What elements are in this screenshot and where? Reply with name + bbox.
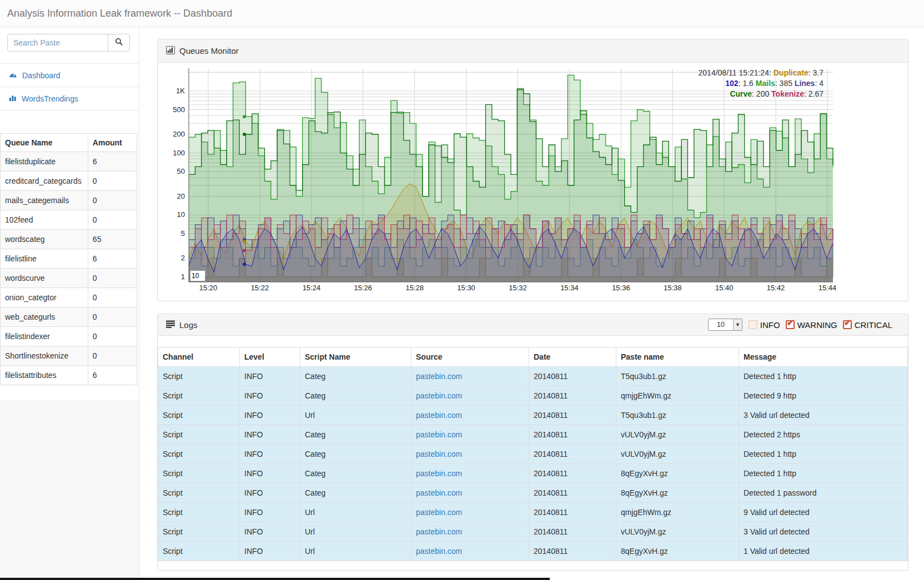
log-cell: INFO [240,445,300,464]
log-cell: Detected 9 http [739,386,908,406]
logs-panel-title: Logs [179,320,198,330]
queue-name-header: Queue Name [1,134,88,152]
paste-source-link[interactable]: pastebin.com [416,372,462,381]
log-cell: vULV0yjM.gz [616,445,739,464]
log-cell: pastebin.com [411,464,529,483]
sidebar-item-wordstrendings[interactable]: WordsTrendings [0,87,139,110]
queue-name-cell: filelistline [1,249,88,269]
filter-critical[interactable]: CRITICAL [843,320,892,330]
paste-source-link[interactable]: pastebin.com [416,411,462,420]
logs-panel-heading: Logs 10 ▼ INFOWARNINGCRITICAL [158,314,908,336]
log-row: ScriptINFOUrlpastebin.com20140811qmjgEhW… [158,503,908,522]
log-cell: Detected 1 password [739,483,908,503]
queues-chart-wrap: 1251020501002005001K15:2015:2215:2415:26… [158,63,908,301]
log-cell: Script [158,406,240,425]
paste-source-link[interactable]: pastebin.com [416,547,462,556]
tasks-icon [166,320,175,330]
svg-text:2: 2 [181,254,185,262]
log-cell: Script [158,503,240,522]
paste-source-link[interactable]: pastebin.com [416,450,462,458]
log-row: ScriptINFOCategpastebin.com201408118qEgy… [158,483,908,503]
dashboard-icon [9,71,17,80]
log-cell: 3 Valid url detected [739,522,908,542]
svg-text:1K: 1K [176,87,185,95]
unchecked-checkbox-icon[interactable] [749,320,757,329]
svg-text:15:20: 15:20 [199,284,218,292]
queue-name-cell: onion_categtor [1,288,88,307]
log-row: ScriptINFOUrlpastebin.com20140811T5qu3ub… [158,406,908,425]
queue-row: creditcard_categcards0 [1,172,137,191]
log-cell: Detected 1 http [739,464,908,483]
log-cell: Categ [300,386,411,406]
log-cell: Script [158,522,240,542]
log-cell: pastebin.com [411,483,529,503]
log-cell: 1 Valid url detected [739,542,908,561]
log-cell: INFO [240,503,300,522]
search-group [7,34,130,52]
queue-name-cell: wordscateg [1,230,88,249]
logs-table-body: ScriptINFOCategpastebin.com20140811T5qu3… [158,367,908,561]
queue-name-cell: creditcard_categcards [1,172,88,191]
queue-row: mails_categemails0 [1,191,137,210]
queue-row: Shortlinestokenize0 [1,346,137,366]
paste-source-link[interactable]: pastebin.com [416,469,462,478]
svg-text:15:24: 15:24 [303,284,321,292]
log-cell: T5qu3ub1.gz [616,367,739,386]
log-cell: qmjgEhWm.gz [616,386,739,406]
queue-table-header-row: Queue Name Amount [1,134,137,152]
logs-header-cell: Paste name [616,347,739,367]
log-cell: Detected 2 https [739,425,908,445]
paste-source-link[interactable]: pastebin.com [416,391,462,400]
log-cell: Url [300,406,411,425]
checked-checkbox-icon[interactable] [786,320,795,329]
page: Analysis Information Leak framework -- D… [0,0,924,580]
queue-name-cell: Shortlinestokenize [1,346,88,366]
paste-source-link[interactable]: pastebin.com [416,488,462,497]
logs-header-cell: Date [529,347,616,367]
log-cell: Categ [300,464,411,483]
queue-table: Queue Name Amount filelistduplicate6cred… [0,133,137,385]
queue-table-body: filelistduplicate6creditcard_categcards0… [1,152,137,385]
svg-text:15:22: 15:22 [251,284,269,292]
queue-row: web_categurls0 [1,307,137,327]
queue-amount-cell: 0 [88,288,137,307]
log-row: ScriptINFOCategpastebin.com20140811T5qu3… [158,367,908,386]
svg-text:15:34: 15:34 [560,284,579,292]
filter-warning[interactable]: WARNING [786,320,837,330]
queue-row: onion_categtor0 [1,288,137,307]
svg-text:15:38: 15:38 [664,284,682,292]
filter-info[interactable]: INFO [749,320,780,330]
search-button[interactable] [108,34,130,52]
checked-checkbox-icon[interactable] [843,320,852,329]
paste-source-link[interactable]: pastebin.com [416,430,462,439]
log-cell: Script [158,483,240,503]
log-filters: INFOWARNINGCRITICAL [749,320,892,330]
sidebar-item-dashboard[interactable]: Dashboard [0,64,139,87]
svg-text:1: 1 [181,273,185,281]
log-cell: pastebin.com [411,386,529,406]
queue-amount-cell: 6 [88,366,137,385]
log-cell: 20140811 [529,483,616,503]
queue-row: filelistduplicate6 [1,152,137,172]
page-size-value: 10 [709,319,733,330]
page-title: Analysis Information Leak framework -- D… [0,0,232,27]
svg-text:15:44: 15:44 [818,284,837,292]
page-size-select[interactable]: 10 ▼ [708,319,742,331]
queue-amount-cell: 65 [88,230,137,249]
bottom-bar [0,578,550,580]
search-input[interactable] [7,34,108,52]
paste-source-link[interactable]: pastebin.com [416,527,462,536]
svg-text:15:36: 15:36 [612,284,630,292]
queue-row: 102feed0 [1,210,137,230]
queues-panel-heading: Queues Monitor [158,39,908,63]
roll-period-input[interactable] [190,270,205,281]
queue-name-cell: filelistduplicate [1,152,88,172]
queue-amount-cell: 0 [88,210,137,230]
log-cell: Url [300,503,411,522]
svg-text:15:26: 15:26 [354,284,373,292]
log-row: ScriptINFOCategpastebin.com20140811vULV0… [158,425,908,445]
log-cell: 20140811 [529,406,616,425]
log-cell: pastebin.com [411,367,529,386]
svg-text:200: 200 [173,130,185,138]
paste-source-link[interactable]: pastebin.com [416,508,462,517]
